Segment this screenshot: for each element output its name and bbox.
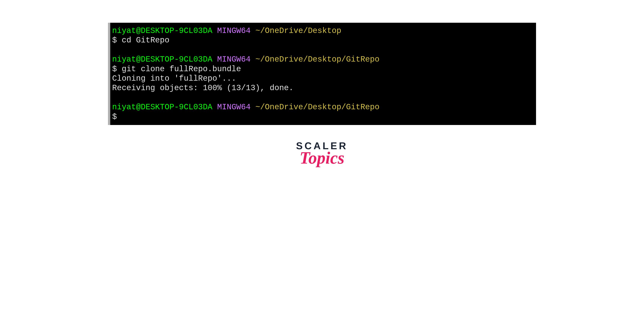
terminal-output-line: Receiving objects: 100% (13/13), done. — [112, 83, 534, 93]
terminal-command-line: $ cd GitRepo — [112, 36, 534, 45]
prompt-symbol: $ — [112, 64, 122, 74]
prompt-shell: MINGW64 — [217, 26, 250, 36]
prompt-path: ~/OneDrive/Desktop/GitRepo — [255, 55, 380, 64]
terminal-blank-line — [112, 45, 534, 55]
prompt-symbol: $ — [112, 112, 122, 122]
prompt-user-host: niyat@DESKTOP-9CL03DA — [112, 55, 212, 64]
prompt-shell: MINGW64 — [217, 55, 250, 64]
terminal-blank-line — [112, 93, 534, 102]
terminal-prompt-line: niyat@DESKTOP-9CL03DA MINGW64 ~/OneDrive… — [112, 26, 534, 36]
prompt-shell: MINGW64 — [217, 103, 250, 112]
terminal-command: cd GitRepo — [122, 36, 169, 45]
prompt-path: ~/OneDrive/Desktop/GitRepo — [255, 103, 380, 112]
terminal-prompt-line: niyat@DESKTOP-9CL03DA MINGW64 ~/OneDrive… — [112, 55, 534, 64]
terminal-content[interactable]: niyat@DESKTOP-9CL03DA MINGW64 ~/OneDrive… — [110, 23, 536, 125]
prompt-user-host: niyat@DESKTOP-9CL03DA — [112, 26, 212, 36]
prompt-path: ~/OneDrive/Desktop — [255, 26, 341, 36]
scaler-topics-logo: SCALER Topics — [296, 140, 348, 165]
logo-text-topics: Topics — [296, 151, 348, 165]
prompt-user-host: niyat@DESKTOP-9CL03DA — [112, 103, 212, 112]
terminal-command: git clone fullRepo.bundle — [122, 64, 241, 74]
prompt-symbol: $ — [112, 36, 122, 45]
terminal-command-line: $ git clone fullRepo.bundle — [112, 64, 534, 74]
terminal-command-line: $ — [112, 112, 534, 122]
terminal-window: niyat@DESKTOP-9CL03DA MINGW64 ~/OneDrive… — [108, 23, 536, 125]
terminal-output-line: Cloning into 'fullRepo'... — [112, 74, 534, 83]
terminal-prompt-line: niyat@DESKTOP-9CL03DA MINGW64 ~/OneDrive… — [112, 102, 534, 112]
